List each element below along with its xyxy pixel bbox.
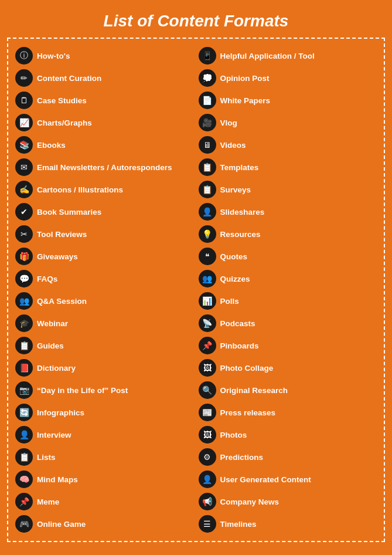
item-icon: 🗒: [15, 92, 33, 109]
list-item: ⚙Predictions: [197, 446, 379, 468]
item-icon: 🖼: [199, 359, 216, 377]
item-icon: 🖥: [199, 136, 216, 154]
list-item: 📋Guides: [14, 334, 195, 357]
list-item: 📌Meme: [14, 490, 195, 513]
item-label: Timelines: [220, 520, 257, 529]
item-label: Videos: [220, 141, 246, 150]
item-icon: ✂: [15, 225, 33, 243]
item-label: Interview: [37, 431, 71, 439]
list-item: 🎮Online Game: [14, 513, 195, 535]
item-icon: 📕: [15, 359, 33, 377]
list-item: ✂Tool Reviews: [14, 223, 195, 245]
item-icon: ⓘ: [15, 47, 33, 65]
item-label: Q&A Session: [37, 297, 87, 306]
item-icon: 📋: [15, 337, 33, 354]
item-label: Surveys: [220, 185, 251, 194]
item-label: Mind Maps: [37, 475, 78, 484]
list-item: 🎁Giveaways: [14, 245, 195, 268]
list-item: 📊Polls: [197, 290, 379, 312]
list-item: ⓘHow-to's: [14, 45, 195, 67]
item-label: “Day in the Life of” Post: [37, 386, 128, 395]
item-label: Charts/Graphs: [37, 119, 92, 127]
list-item: ❝Quotes: [197, 245, 379, 268]
item-label: Original Research: [220, 386, 288, 395]
item-icon: 🎥: [199, 114, 216, 131]
item-icon: 📱: [199, 47, 216, 65]
item-label: Tool Reviews: [37, 230, 87, 239]
list-item: 👤Slideshares: [197, 201, 379, 223]
item-label: Vlog: [220, 119, 237, 127]
item-icon: 👥: [15, 292, 33, 310]
item-label: Case Studies: [37, 96, 87, 105]
item-icon: 📌: [15, 493, 33, 510]
item-icon: 🎓: [15, 314, 33, 332]
item-label: Photos: [220, 431, 247, 439]
item-label: Press releases: [220, 408, 276, 417]
item-label: Templates: [220, 163, 259, 172]
item-icon: 📈: [15, 114, 33, 131]
item-label: How-to's: [37, 52, 70, 60]
item-icon: ☰: [199, 515, 216, 533]
item-label: Opinion Post: [220, 74, 270, 83]
item-label: Quotes: [220, 252, 248, 261]
list-item: 📰Press releases: [197, 401, 379, 424]
item-icon: 📋: [15, 448, 33, 466]
list-item: 🧠Mind Maps: [14, 468, 195, 490]
item-icon: 👥: [199, 270, 216, 287]
list-item: 📋Templates: [197, 156, 379, 178]
item-icon: 👤: [15, 426, 33, 444]
item-label: Ebooks: [37, 141, 66, 150]
item-icon: 📢: [199, 493, 216, 510]
item-label: Giveaways: [37, 252, 78, 261]
list-item: 🖥Videos: [197, 134, 379, 156]
item-label: Company News: [220, 498, 279, 506]
item-icon: 👤: [199, 471, 216, 488]
list-item: ✔Book Summaries: [14, 201, 195, 223]
item-icon: 📰: [199, 404, 216, 421]
content-border: ⓘHow-to's✏Content Curation🗒Case Studies📈…: [7, 38, 385, 542]
item-label: Predictions: [220, 453, 264, 462]
item-label: Podcasts: [220, 319, 255, 328]
list-item: 🖼Photo Collage: [197, 357, 379, 379]
item-label: Infographics: [37, 408, 84, 417]
list-item: 📋Surveys: [197, 178, 379, 201]
list-item: 👤User Generated Content: [197, 468, 379, 490]
item-label: FAQs: [37, 275, 57, 283]
list-item: 📡Podcasts: [197, 312, 379, 334]
columns-wrapper: ⓘHow-to's✏Content Curation🗒Case Studies📈…: [14, 45, 378, 535]
list-item: 📷“Day in the Life of” Post: [14, 379, 195, 401]
item-label: Polls: [220, 297, 239, 306]
list-item: 👥Q&A Session: [14, 290, 195, 312]
item-label: Quizzes: [220, 275, 250, 283]
list-item: 💬FAQs: [14, 268, 195, 290]
item-icon: ❝: [199, 248, 216, 265]
item-icon: 👤: [199, 203, 216, 221]
item-label: White Papers: [220, 96, 271, 105]
item-icon: 🔄: [15, 404, 33, 421]
item-label: Helpful Application / Tool: [220, 52, 315, 60]
item-label: Content Curation: [37, 74, 101, 83]
right-column: 📱Helpful Application / Tool💭Opinion Post…: [197, 45, 379, 535]
item-label: Email Newsletters / Autoresponders: [37, 163, 172, 172]
list-item: 🎥Vlog: [197, 111, 379, 134]
item-icon: 📊: [199, 292, 216, 310]
item-label: Guides: [37, 341, 64, 350]
page-title: List of Content Formats: [7, 6, 385, 38]
list-item: 🔄Infographics: [14, 401, 195, 424]
item-icon: ⚙: [199, 448, 216, 466]
item-label: Online Game: [37, 520, 86, 529]
item-icon: 🖼: [199, 426, 216, 444]
list-item: 🗒Case Studies: [14, 89, 195, 111]
item-label: Webinar: [37, 319, 68, 328]
item-icon: ✍: [15, 181, 33, 198]
item-label: Cartoons / Illustrations: [37, 185, 123, 194]
list-item: 💭Opinion Post: [197, 67, 379, 89]
list-item: 🔍Original Research: [197, 379, 379, 401]
item-icon: 💬: [15, 270, 33, 287]
item-label: Resources: [220, 230, 261, 239]
list-item: 👤Interview: [14, 424, 195, 446]
list-item: ✉Email Newsletters / Autoresponders: [14, 156, 195, 178]
item-label: Meme: [37, 498, 59, 506]
list-item: 📚Ebooks: [14, 134, 195, 156]
item-icon: ✏: [15, 69, 33, 87]
